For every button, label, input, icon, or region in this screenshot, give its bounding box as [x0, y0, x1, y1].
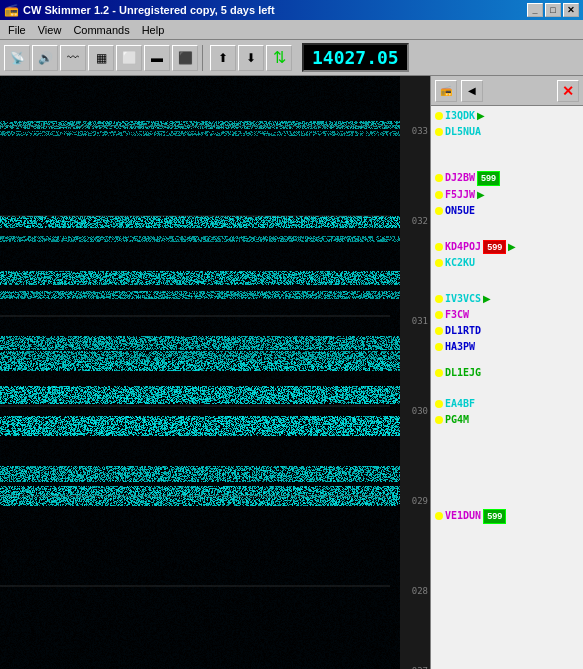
callsign-list: I3QDK ▶ DL5NUA DJ2BW 599 F5JJW ▶ [431, 106, 583, 669]
spacer-5 [431, 381, 583, 396]
dot-ha3pw [435, 343, 443, 351]
callsign-dl1ejg: DL1EJG [445, 366, 481, 380]
dot-dj2bw [435, 174, 443, 182]
callsign-kc2ku: KC2KU [445, 256, 475, 270]
dot-dl1ejg [435, 369, 443, 377]
app-icon: 📻 [4, 3, 19, 17]
callsign-row-dj2bw[interactable]: DJ2BW 599 [431, 170, 583, 187]
spacer-3 [431, 271, 583, 291]
tb-btn-6[interactable]: ▬ [144, 45, 170, 71]
dot-f3cw [435, 311, 443, 319]
badge-ve1dun: 599 [483, 509, 506, 524]
dot-dl5nua [435, 128, 443, 136]
rp-btn-1[interactable]: 📻 [435, 80, 457, 102]
spacer-6 [431, 428, 583, 508]
callsign-row-kd4poj[interactable]: KD4POJ 599 ▶ [431, 239, 583, 256]
callsign-kd4poj: KD4POJ [445, 240, 481, 254]
tb-btn-1[interactable]: 📡 [4, 45, 30, 71]
callsign-dj2bw: DJ2BW [445, 171, 475, 185]
dot-ve1dun [435, 512, 443, 520]
callsign-row-kc2ku[interactable]: KC2KU [431, 255, 583, 271]
frequency-display: 14027.05 [302, 43, 409, 72]
callsign-row-on5ue[interactable]: ON5UE [431, 203, 583, 219]
tb-btn-3[interactable]: 〰 [60, 45, 86, 71]
callsign-row-ve1dun[interactable]: VE1DUN 599 [431, 508, 583, 525]
rp-btn-2[interactable]: ◀ [461, 80, 483, 102]
callsign-f3cw: F3CW [445, 308, 469, 322]
spacer-4 [431, 355, 583, 365]
spacer-1 [431, 140, 583, 170]
freq-label-028: 028 [412, 586, 428, 596]
tb-btn-4[interactable]: ▦ [88, 45, 114, 71]
dot-kd4poj [435, 243, 443, 251]
dot-i3qdk [435, 112, 443, 120]
tb-btn-2[interactable]: 🔊 [32, 45, 58, 71]
freq-label-030: 030 [412, 406, 428, 416]
callsign-row-ha3pw[interactable]: HA3PW [431, 339, 583, 355]
waterfall-canvas [0, 76, 400, 669]
badge-dj2bw: 599 [477, 171, 500, 186]
title-text: CW Skimmer 1.2 - Unregistered copy, 5 da… [23, 4, 275, 16]
dot-dl1rtd [435, 327, 443, 335]
callsign-ea4bf: EA4BF [445, 397, 475, 411]
tb-btn-9[interactable]: ⬇ [238, 45, 264, 71]
callsign-f5jjw: F5JJW [445, 188, 475, 202]
right-panel-header: 📻 ◀ ✕ [431, 76, 583, 106]
toolbar: 📡 🔊 〰 ▦ ⬜ ▬ ⬛ ⬆ ⬇ ⇅ 14027.05 [0, 40, 583, 76]
badge-kd4poj: 599 [483, 240, 506, 255]
callsign-row-f3cw[interactable]: F3CW [431, 307, 583, 323]
arrow-iv3vcs: ▶ [483, 292, 491, 306]
callsign-pg4m: PG4M [445, 413, 469, 427]
dot-iv3vcs [435, 295, 443, 303]
callsign-row-i3qdk[interactable]: I3QDK ▶ [431, 108, 583, 124]
freq-label-031: 031 [412, 316, 428, 326]
callsign-dl1rtd: DL1RTD [445, 324, 481, 338]
close-button[interactable]: ✕ [563, 3, 579, 17]
dot-kc2ku [435, 259, 443, 267]
callsign-row-ea4bf[interactable]: EA4BF [431, 396, 583, 412]
callsign-row-dl1rtd[interactable]: DL1RTD [431, 323, 583, 339]
dot-ea4bf [435, 400, 443, 408]
spacer-2 [431, 219, 583, 239]
freq-scale: 033 032 031 030 029 028 027 [400, 76, 430, 669]
title-bar: 📻 CW Skimmer 1.2 - Unregistered copy, 5 … [0, 0, 583, 20]
tb-btn-5[interactable]: ⬜ [116, 45, 142, 71]
callsign-ha3pw: HA3PW [445, 340, 475, 354]
menu-view[interactable]: View [32, 22, 68, 38]
tb-btn-8[interactable]: ⬆ [210, 45, 236, 71]
tb-btn-arrows[interactable]: ⇅ [266, 45, 292, 71]
dot-on5ue [435, 207, 443, 215]
callsign-row-pg4m[interactable]: PG4M [431, 412, 583, 428]
callsign-i3qdk: I3QDK [445, 109, 475, 123]
callsign-row-f5jjw[interactable]: F5JJW ▶ [431, 187, 583, 203]
arrow-f5jjw: ▶ [477, 188, 485, 202]
freq-label-029: 029 [412, 496, 428, 506]
right-panel: 📻 ◀ ✕ I3QDK ▶ DL5NUA DJ2BW 5 [430, 76, 583, 669]
tb-btn-7[interactable]: ⬛ [172, 45, 198, 71]
freq-label-032: 032 [412, 216, 428, 226]
main-area: 033 032 031 030 029 028 027 📻 ◀ ✕ I3QDK … [0, 76, 583, 669]
dot-pg4m [435, 416, 443, 424]
toolbar-separator-1 [202, 45, 206, 71]
arrow-kd4poj: ▶ [508, 240, 516, 254]
minimize-button[interactable]: _ [527, 3, 543, 17]
callsign-ve1dun: VE1DUN [445, 509, 481, 523]
callsign-row-iv3vcs[interactable]: IV3VCS ▶ [431, 291, 583, 307]
rp-close-button[interactable]: ✕ [557, 80, 579, 102]
callsign-iv3vcs: IV3VCS [445, 292, 481, 306]
callsign-dl5nua: DL5NUA [445, 125, 481, 139]
callsign-on5ue: ON5UE [445, 204, 475, 218]
maximize-button[interactable]: □ [545, 3, 561, 17]
callsign-row-dl5nua[interactable]: DL5NUA [431, 124, 583, 140]
menu-commands[interactable]: Commands [67, 22, 135, 38]
freq-label-033: 033 [412, 126, 428, 136]
callsign-row-dl1ejg[interactable]: DL1EJG [431, 365, 583, 381]
arrow-i3qdk: ▶ [477, 109, 485, 123]
waterfall-container[interactable]: 033 032 031 030 029 028 027 [0, 76, 430, 669]
menu-bar: File View Commands Help [0, 20, 583, 40]
menu-file[interactable]: File [2, 22, 32, 38]
dot-f5jjw [435, 191, 443, 199]
menu-help[interactable]: Help [136, 22, 171, 38]
